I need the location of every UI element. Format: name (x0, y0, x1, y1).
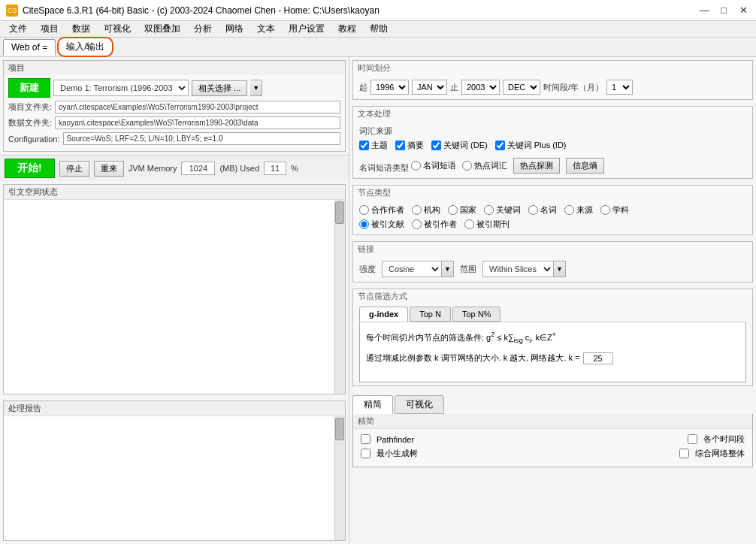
menu-file[interactable]: 文件 (3, 21, 33, 37)
noun-radio-0[interactable] (411, 161, 421, 171)
prec-check-3[interactable] (679, 449, 689, 458)
citation-space-body (4, 200, 345, 394)
hot-explore-button[interactable]: 热点探测 (513, 158, 560, 174)
prec-check-1[interactable] (361, 449, 370, 458)
noun-phrase-title: 名词短语类型 (359, 163, 409, 172)
pruning-section: 精简 Pathfinder 各个时间段 最小生成树 综合网络整体 (352, 414, 753, 467)
reset-button[interactable]: 重来 (94, 161, 124, 177)
node-label-r2-0: 被引文献 (371, 219, 404, 230)
menu-dual[interactable]: 双图叠加 (138, 21, 186, 37)
tab-pruning[interactable]: 精简 (352, 395, 393, 414)
interval-select[interactable]: 1 (606, 80, 633, 95)
formula-text2: 通过增减比例参数 k 调节网络的大小. k 越大, 网络越大. k = (366, 351, 580, 366)
menu-user-settings[interactable]: 用户设置 (283, 21, 331, 37)
mb-label: (MB) Used (219, 164, 259, 173)
project-file-label: 项目文件夹: (8, 101, 52, 113)
node-filter-title: 节点筛选方式 (353, 289, 752, 304)
link-section: 链接 强度 Cosine ▼ 范围 Within Slices ▼ (352, 241, 753, 283)
time-slice-section: 时间划分 起 1996 JAN 止 2003 DEC (352, 60, 753, 100)
menu-text[interactable]: 文本 (251, 21, 281, 37)
tab-g-index[interactable]: g-index (359, 307, 408, 322)
menu-help[interactable]: 帮助 (364, 21, 394, 37)
text-processing-title: 文本处理 (353, 107, 752, 121)
vocab-check-3[interactable] (495, 141, 505, 150)
to-year-select[interactable]: 2003 (461, 80, 500, 95)
menu-analyze[interactable]: 分析 (188, 21, 218, 37)
prec-label-3: 综合网络整体 (695, 448, 745, 459)
node-opt-1[interactable]: 机构 (412, 204, 440, 216)
info-feed-button[interactable]: 信息熵 (566, 158, 604, 174)
prec-label-2: 各个时间段 (703, 434, 745, 445)
related-dropdown-arrow[interactable]: ▼ (250, 80, 262, 96)
noun-option-0[interactable]: 名词短语 (411, 160, 456, 171)
menu-network[interactable]: 网络 (219, 21, 249, 37)
vocab-item-1[interactable]: 摘要 (395, 140, 424, 151)
to-label: 止 (450, 82, 458, 93)
close-button[interactable]: ✕ (736, 4, 750, 17)
data-file-label: 数据文件夹: (8, 117, 52, 128)
stop-button[interactable]: 停止 (59, 161, 89, 177)
process-report-title: 处理报告 (4, 401, 345, 416)
jvm-value: 1024 (181, 162, 215, 175)
prec-vis-tabs: 精简 可视化 (352, 395, 753, 414)
node-opt-r2-2[interactable]: 被引期刊 (464, 219, 510, 230)
menu-tutorial[interactable]: 教程 (332, 21, 362, 37)
node-opt-4[interactable]: 名词 (528, 204, 557, 216)
node-opt-2[interactable]: 国家 (448, 204, 476, 216)
tab-visualization[interactable]: 可视化 (395, 395, 444, 414)
menu-project[interactable]: 项目 (35, 21, 65, 37)
vocab-check-1[interactable] (395, 141, 405, 150)
tab-top-npct[interactable]: Top N% (452, 307, 501, 322)
filter-content: 每个时间切片内节点的筛选条件: g2 ≤ k∑i≤g ci, k∈Z+ 通过增减… (359, 322, 746, 382)
maximize-button[interactable]: □ (717, 4, 730, 17)
noun-option-1[interactable]: 热点词汇 (462, 160, 507, 171)
vocab-item-0[interactable]: 主题 (359, 140, 388, 151)
process-report-body (4, 416, 345, 540)
tab-web-of[interactable]: Web of = (3, 39, 56, 56)
new-button[interactable]: 新建 (8, 78, 50, 98)
noun-phrase-row: 名词短语类型 名词短语 热点词汇 热点探测 信息熵 (359, 156, 746, 174)
project-section-title: 项目 (4, 61, 345, 75)
start-button[interactable]: 开始! (5, 159, 55, 178)
app-icon: CS (6, 5, 18, 17)
from-month-select[interactable]: JAN (412, 80, 447, 95)
vocab-check-2[interactable] (431, 141, 441, 150)
menu-bar: 文件 项目 数据 可视化 双图叠加 分析 网络 文本 用户设置 教程 帮助 (0, 21, 756, 38)
vocab-item-3[interactable]: 关键词 Plus (ID) (495, 140, 567, 151)
vocab-check-0[interactable] (359, 141, 369, 150)
node-label-r2-2: 被引期刊 (476, 219, 510, 230)
scope-select[interactable]: Within Slices (482, 261, 554, 277)
k-value-input[interactable] (583, 352, 613, 364)
vocab-item-2[interactable]: 关键词 (DE) (431, 140, 488, 151)
project-file-value: oyan\.citespace\Examples\WoS\Terrorism19… (55, 101, 340, 113)
menu-data[interactable]: 数据 (66, 21, 96, 37)
vocab-label-2: 关键词 (DE) (443, 140, 488, 151)
from-year-select[interactable]: 1996 (370, 80, 409, 95)
node-opt-r2-0[interactable]: 被引文献 (359, 219, 404, 230)
tab-bar: Web of = 输入/输出 (0, 38, 756, 57)
to-month-select[interactable]: DEC (503, 80, 540, 95)
strength-dropdown-arrow[interactable]: ▼ (442, 261, 454, 277)
scope-dropdown-arrow[interactable]: ▼ (554, 261, 566, 277)
noun-radio-1[interactable] (462, 161, 472, 171)
menu-visualize[interactable]: 可视化 (98, 21, 137, 37)
node-label-1: 机构 (424, 204, 440, 216)
vocab-checkboxes: 主题 摘要 关键词 (DE) 关键词 Plus (ID) (359, 140, 746, 151)
tab-top-n[interactable]: Top N (410, 307, 451, 322)
demo-select[interactable]: Demo 1: Terrorism (1996-2003) (53, 80, 189, 96)
prec-label-1: 最小生成树 (376, 448, 418, 459)
tab-input-output[interactable]: 输入/输出 (57, 37, 113, 57)
minimize-button[interactable]: — (697, 4, 711, 17)
node-label-4: 名词 (540, 204, 557, 216)
related-button[interactable]: 相关选择 ... (192, 80, 247, 96)
node-label-2: 国家 (460, 204, 476, 216)
node-opt-3[interactable]: 关键词 (484, 204, 521, 216)
node-opt-5[interactable]: 来源 (564, 204, 593, 216)
prec-check-2[interactable] (688, 434, 697, 444)
node-opt-6[interactable]: 学科 (600, 204, 629, 216)
prec-check-0[interactable] (361, 434, 370, 444)
node-opt-0[interactable]: 合作作者 (359, 204, 404, 216)
node-opt-r2-1[interactable]: 被引作者 (412, 219, 457, 230)
formula-line2: 通过增减比例参数 k 调节网络的大小. k 越大, 网络越大. k = (366, 351, 739, 366)
strength-select[interactable]: Cosine (382, 261, 442, 277)
